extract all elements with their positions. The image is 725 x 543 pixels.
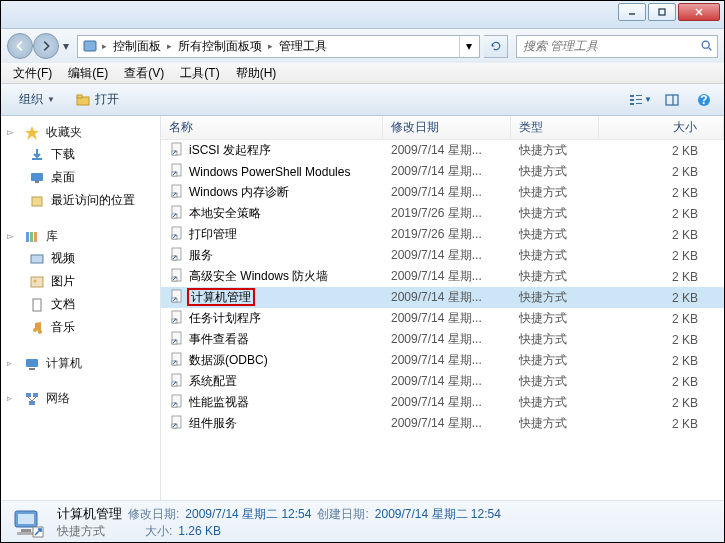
- file-name: 数据源(ODBC): [189, 352, 268, 369]
- column-name[interactable]: 名称: [161, 116, 383, 139]
- svg-rect-19: [31, 173, 43, 181]
- breadcrumb-part[interactable]: 管理工具: [275, 38, 331, 55]
- file-size: 2 KB: [599, 207, 724, 221]
- breadcrumb-part[interactable]: 控制面板: [109, 38, 165, 55]
- tree-item-videos[interactable]: 视频: [1, 247, 160, 270]
- minimize-button[interactable]: [618, 3, 646, 21]
- menu-help[interactable]: 帮助(H): [228, 63, 285, 84]
- breadcrumb-part[interactable]: 所有控制面板项: [174, 38, 266, 55]
- file-name: iSCSI 发起程序: [189, 142, 271, 159]
- svg-rect-22: [26, 232, 29, 242]
- refresh-button[interactable]: [484, 35, 508, 58]
- menu-edit[interactable]: 编辑(E): [60, 63, 116, 84]
- file-type: 快捷方式: [511, 163, 599, 180]
- tree-item-downloads[interactable]: 下载: [1, 143, 160, 166]
- search-input[interactable]: [517, 39, 697, 53]
- tree-item-pictures[interactable]: 图片: [1, 270, 160, 293]
- details-modified-value: 2009/7/14 星期二 12:54: [185, 506, 311, 523]
- music-icon: [29, 320, 45, 336]
- svg-rect-29: [26, 359, 38, 367]
- file-row[interactable]: 高级安全 Windows 防火墙2009/7/14 星期...快捷方式2 KB: [161, 266, 724, 287]
- file-row[interactable]: 组件服务2009/7/14 星期...快捷方式2 KB: [161, 413, 724, 434]
- forward-button[interactable]: [33, 33, 59, 59]
- help-button[interactable]: ?: [692, 88, 716, 112]
- recent-icon: [29, 193, 45, 209]
- file-list[interactable]: iSCSI 发起程序2009/7/14 星期...快捷方式2 KBWindows…: [161, 140, 724, 500]
- file-date: 2009/7/14 星期...: [383, 142, 511, 159]
- menu-file[interactable]: 文件(F): [5, 63, 60, 84]
- chevron-right-icon[interactable]: ▸: [165, 41, 174, 51]
- tree-header-favorites[interactable]: ▻ 收藏夹: [1, 122, 160, 143]
- collapse-icon[interactable]: ▻: [7, 127, 18, 138]
- file-date: 2009/7/14 星期...: [383, 247, 511, 264]
- shortcut-icon: [169, 183, 185, 202]
- svg-rect-24: [34, 232, 37, 242]
- svg-rect-30: [29, 368, 35, 370]
- file-row[interactable]: Windows 内存诊断2009/7/14 星期...快捷方式2 KB: [161, 182, 724, 203]
- svg-point-5: [702, 41, 709, 48]
- collapse-icon[interactable]: ▻: [7, 231, 18, 242]
- tree-item-documents[interactable]: 文档: [1, 293, 160, 316]
- tree-header-network[interactable]: ▹ 网络: [1, 388, 160, 409]
- svg-rect-11: [630, 103, 634, 105]
- shortcut-icon: [169, 309, 185, 328]
- file-name: 系统配置: [189, 373, 237, 390]
- file-date: 2009/7/14 星期...: [383, 310, 511, 327]
- file-date: 2009/7/14 星期...: [383, 415, 511, 432]
- history-dropdown[interactable]: ▾: [59, 33, 73, 59]
- file-row[interactable]: 系统配置2009/7/14 星期...快捷方式2 KB: [161, 371, 724, 392]
- svg-rect-4: [84, 41, 96, 51]
- column-date[interactable]: 修改日期: [383, 116, 511, 139]
- menu-view[interactable]: 查看(V): [116, 63, 172, 84]
- back-button[interactable]: [7, 33, 33, 59]
- open-button[interactable]: 打开: [65, 87, 129, 112]
- tree-header-computer[interactable]: ▹ 计算机: [1, 353, 160, 374]
- shortcut-icon: [169, 330, 185, 349]
- file-row[interactable]: 服务2009/7/14 星期...快捷方式2 KB: [161, 245, 724, 266]
- menu-tools[interactable]: 工具(T): [172, 63, 227, 84]
- file-row[interactable]: 本地安全策略2019/7/26 星期...快捷方式2 KB: [161, 203, 724, 224]
- tree-item-music[interactable]: 音乐: [1, 316, 160, 339]
- file-row[interactable]: 计算机管理2009/7/14 星期...快捷方式2 KB: [161, 287, 724, 308]
- file-size: 2 KB: [599, 249, 724, 263]
- tree-header-libraries[interactable]: ▻ 库: [1, 226, 160, 247]
- column-size[interactable]: 大小: [599, 116, 724, 139]
- file-type: 快捷方式: [511, 226, 599, 243]
- expand-icon[interactable]: ▹: [7, 358, 18, 369]
- desktop-icon: [29, 170, 45, 186]
- tree-item-recent[interactable]: 最近访问的位置: [1, 189, 160, 212]
- tree-libraries: ▻ 库 视频 图片 文档 音乐: [1, 226, 160, 339]
- address-bar[interactable]: ▸ 控制面板 ▸ 所有控制面板项 ▸ 管理工具 ▾: [77, 35, 480, 58]
- svg-rect-67: [17, 532, 35, 535]
- chevron-right-icon[interactable]: ▸: [100, 41, 109, 51]
- file-row[interactable]: 事件查看器2009/7/14 星期...快捷方式2 KB: [161, 329, 724, 350]
- computer-icon: [24, 356, 40, 372]
- svg-line-34: [28, 397, 32, 401]
- search-icon[interactable]: [697, 39, 717, 53]
- search-box[interactable]: [516, 35, 718, 58]
- svg-line-35: [32, 397, 36, 401]
- chevron-right-icon[interactable]: ▸: [266, 41, 275, 51]
- svg-rect-15: [666, 95, 678, 105]
- file-name: 任务计划程序: [189, 310, 261, 327]
- file-row[interactable]: 性能监视器2009/7/14 星期...快捷方式2 KB: [161, 392, 724, 413]
- file-row[interactable]: 数据源(ODBC)2009/7/14 星期...快捷方式2 KB: [161, 350, 724, 371]
- file-date: 2009/7/14 星期...: [383, 373, 511, 390]
- expand-icon[interactable]: ▹: [7, 393, 18, 404]
- star-icon: [24, 125, 40, 141]
- preview-pane-button[interactable]: [660, 88, 684, 112]
- tree-item-desktop[interactable]: 桌面: [1, 166, 160, 189]
- organize-button[interactable]: 组织▼: [9, 87, 65, 112]
- file-row[interactable]: 打印管理2019/7/26 星期...快捷方式2 KB: [161, 224, 724, 245]
- file-row[interactable]: Windows PowerShell Modules2009/7/14 星期..…: [161, 161, 724, 182]
- maximize-button[interactable]: [648, 3, 676, 21]
- close-button[interactable]: [678, 3, 720, 21]
- column-type[interactable]: 类型: [511, 116, 599, 139]
- file-row[interactable]: iSCSI 发起程序2009/7/14 星期...快捷方式2 KB: [161, 140, 724, 161]
- file-name: 打印管理: [189, 226, 237, 243]
- view-options-button[interactable]: ▼: [628, 88, 652, 112]
- file-list-pane: 名称 修改日期 类型 大小 iSCSI 发起程序2009/7/14 星期...快…: [161, 116, 724, 500]
- file-row[interactable]: 任务计划程序2009/7/14 星期...快捷方式2 KB: [161, 308, 724, 329]
- svg-rect-33: [29, 401, 35, 405]
- address-dropdown[interactable]: ▾: [459, 36, 477, 57]
